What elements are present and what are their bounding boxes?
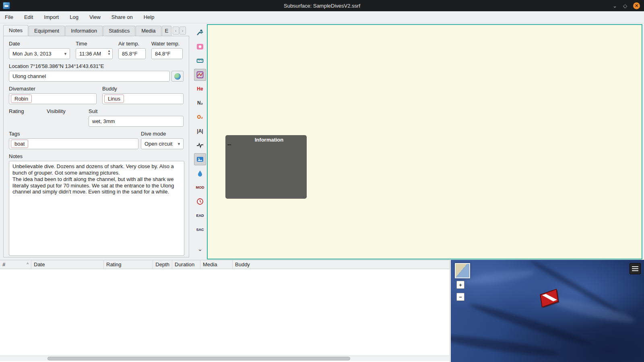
sea-trench-texture <box>451 332 559 359</box>
chevron-down-icon: ⌄ <box>613 3 617 8</box>
dive-mode-label: Dive mode <box>141 131 184 137</box>
horizontal-scrollbar[interactable] <box>0 356 449 361</box>
tag-chip[interactable]: boat <box>11 140 28 148</box>
map-panel[interactable]: + − <box>451 260 644 362</box>
menu-log[interactable]: Log <box>70 14 78 20</box>
column-header-buddy[interactable]: Buddy <box>233 260 450 269</box>
tab-media[interactable]: Media <box>136 26 161 36</box>
menu-share-on[interactable]: Share on <box>111 14 133 20</box>
column-header-number[interactable]: # ^ <box>0 260 31 269</box>
collapse-toolbar-icon[interactable]: ⌄ <box>194 243 206 255</box>
globe-icon <box>174 73 181 80</box>
date-select[interactable]: Mon Jun 3, 2013 ▼ <box>9 48 70 59</box>
minimize-button[interactable]: ⌄ <box>613 3 617 8</box>
air-temp-label: Air temp. <box>118 41 146 47</box>
tab-equipment[interactable]: Equipment <box>29 26 65 36</box>
close-icon: ✕ <box>635 4 638 8</box>
tab-information[interactable]: Information <box>65 26 103 36</box>
air-temp-field[interactable] <box>118 48 146 59</box>
ead-icon[interactable]: EAD <box>194 210 206 222</box>
menu-view[interactable]: View <box>89 14 101 20</box>
heart-rate-icon[interactable] <box>194 139 206 151</box>
ambient-pressure-icon[interactable]: |A| <box>194 125 206 137</box>
buddy-label: Buddy <box>102 86 184 92</box>
divemaster-chip[interactable]: Robin <box>11 95 32 103</box>
tab-scroll-right[interactable]: › <box>180 27 186 35</box>
ceiling-icon[interactable] <box>194 167 206 179</box>
column-header-media[interactable]: Media <box>200 260 233 269</box>
profile-toolbar: He N₂ O₂ |A| MOD EAD SAC ⌄ <box>193 25 207 257</box>
menu-file[interactable]: File <box>5 14 13 20</box>
notes-label: Notes <box>9 153 184 159</box>
suit-field[interactable] <box>89 116 184 127</box>
tooltip-title: Information <box>234 137 304 143</box>
nitrogen-graph-icon[interactable]: N₂ <box>194 97 206 109</box>
scale-icon[interactable] <box>194 69 206 81</box>
profile-info-tooltip: Information <box>225 135 307 199</box>
map-overview-thumbnail[interactable] <box>455 263 470 278</box>
tab-scroll-left[interactable]: ‹ <box>173 27 179 35</box>
close-button[interactable]: ✕ <box>633 2 640 9</box>
divemaster-label: Divemaster <box>9 86 97 92</box>
dive-mode-select[interactable]: Open circuit ▼ <box>141 138 184 149</box>
titlebar: Subsurface: SampleDivesV2.ssrf ⌄ ◇ ✕ <box>0 0 644 11</box>
sea-glint-texture <box>462 267 536 288</box>
location-label: Location 7°16'58.386"N 134°14'43.631"E <box>9 63 184 69</box>
scrollbar-thumb[interactable] <box>47 357 350 360</box>
column-header-depth[interactable]: Depth <box>153 260 172 269</box>
time-value: 11:36 AM <box>79 51 101 57</box>
location-field[interactable] <box>9 71 170 82</box>
tab-notes[interactable]: Notes <box>3 25 28 36</box>
zoom-out-button[interactable]: − <box>456 293 464 301</box>
visibility-label: Visibility <box>47 108 85 114</box>
dive-mode-value: Open circuit <box>144 141 172 147</box>
menubar: File Edit Import Log View Share on Help <box>0 11 644 23</box>
diamond-icon: ◇ <box>623 3 627 8</box>
ndl-tts-icon[interactable] <box>194 195 206 208</box>
time-label: Time <box>76 41 113 47</box>
rating-label: Rating <box>9 108 43 114</box>
menu-help[interactable]: Help <box>144 14 155 20</box>
date-label: Date <box>9 41 70 47</box>
tags-label: Tags <box>9 131 138 137</box>
tank-bar-icon[interactable] <box>194 41 206 53</box>
helium-graph-icon[interactable]: He <box>194 83 206 95</box>
oxygen-graph-icon[interactable]: O₂ <box>194 111 206 123</box>
column-header-rating[interactable]: Rating <box>104 260 153 269</box>
diver-icon[interactable] <box>194 27 206 39</box>
maximize-button[interactable]: ◇ <box>623 3 627 8</box>
dive-info-panel: Notes Equipment Information Statistics M… <box>3 25 189 257</box>
column-header-date[interactable]: Date <box>31 260 104 269</box>
time-spinner[interactable]: 11:36 AM ▲▼ <box>76 48 113 59</box>
notes-textarea[interactable]: Unbelievable dive. Dozens and dozens of … <box>9 161 184 256</box>
chevron-down-icon: ▼ <box>177 142 181 146</box>
water-temp-field[interactable] <box>151 48 183 59</box>
water-temp-label: Water temp. <box>151 41 183 47</box>
column-header-duration[interactable]: Duration <box>172 260 200 269</box>
ruler-icon[interactable] <box>194 55 206 67</box>
suit-label: Suit <box>89 108 184 114</box>
sac-icon[interactable]: SAC <box>194 224 206 236</box>
tab-statistics[interactable]: Statistics <box>103 26 135 36</box>
zoom-in-button[interactable]: + <box>456 281 464 289</box>
photos-icon[interactable] <box>194 153 206 165</box>
buddy-field[interactable]: Linus <box>102 93 184 104</box>
dive-site-flag-marker[interactable] <box>539 289 561 309</box>
map-menu-button[interactable] <box>630 263 641 274</box>
hamburger-icon <box>632 266 638 267</box>
dive-profile-panel[interactable]: Information <box>207 24 642 259</box>
spin-down-icon[interactable]: ▼ <box>107 53 111 56</box>
buddy-chip[interactable]: Linus <box>104 95 124 103</box>
subsurface-logo-icon <box>3 2 10 9</box>
mod-icon[interactable]: MOD <box>194 181 206 193</box>
menu-edit[interactable]: Edit <box>24 14 33 20</box>
date-value: Mon Jun 3, 2013 <box>12 51 52 57</box>
chevron-down-icon: ▼ <box>64 52 67 56</box>
tabbar: Notes Equipment Information Statistics M… <box>3 25 189 36</box>
divemaster-field[interactable]: Robin <box>9 93 97 104</box>
menu-import[interactable]: Import <box>44 14 59 20</box>
globe-button[interactable] <box>171 71 184 82</box>
tab-extra-partial[interactable]: E <box>162 26 171 36</box>
tags-field[interactable]: boat <box>9 138 138 149</box>
dive-list-header: # ^ Date Rating Depth Duration Media Bud… <box>0 260 450 269</box>
